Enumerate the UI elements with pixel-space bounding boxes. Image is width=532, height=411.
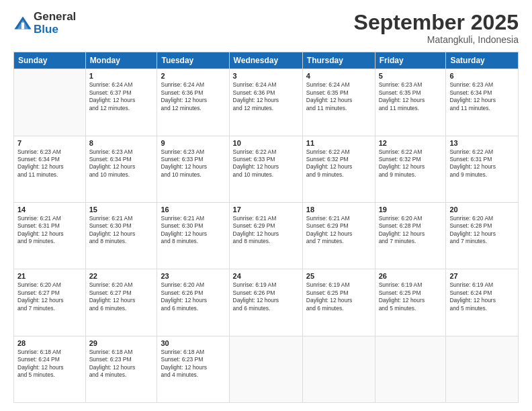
day-number: 25: [306, 272, 371, 280]
day-info: Sunrise: 6:22 AM Sunset: 6:33 PM Dayligh…: [233, 148, 299, 179]
day-number: 26: [379, 272, 443, 280]
calendar-page: General Blue September 2025 Matangkuli, …: [0, 0, 532, 411]
week-row-1: 1Sunrise: 6:24 AM Sunset: 6:37 PM Daylig…: [14, 69, 519, 136]
day-info: Sunrise: 6:24 AM Sunset: 6:37 PM Dayligh…: [89, 81, 154, 112]
day-info: Sunrise: 6:20 AM Sunset: 6:28 PM Dayligh…: [379, 215, 443, 246]
col-sunday: Sunday: [14, 52, 86, 69]
table-cell: 12Sunrise: 6:22 AM Sunset: 6:32 PM Dayli…: [375, 136, 446, 202]
table-cell: 8Sunrise: 6:23 AM Sunset: 6:34 PM Daylig…: [85, 136, 157, 202]
table-cell: 9Sunrise: 6:23 AM Sunset: 6:33 PM Daylig…: [157, 136, 229, 202]
day-info: Sunrise: 6:22 AM Sunset: 6:32 PM Dayligh…: [306, 148, 371, 179]
day-number: 7: [17, 139, 82, 147]
day-number: 6: [449, 72, 515, 80]
day-info: Sunrise: 6:24 AM Sunset: 6:36 PM Dayligh…: [161, 81, 225, 112]
day-info: Sunrise: 6:23 AM Sunset: 6:34 PM Dayligh…: [89, 148, 154, 179]
table-cell: 21Sunrise: 6:20 AM Sunset: 6:27 PM Dayli…: [14, 269, 86, 336]
table-cell: 22Sunrise: 6:20 AM Sunset: 6:27 PM Dayli…: [85, 269, 157, 336]
day-number: 23: [161, 272, 225, 280]
table-cell: 27Sunrise: 6:19 AM Sunset: 6:24 PM Dayli…: [446, 269, 519, 336]
table-cell: 5Sunrise: 6:23 AM Sunset: 6:35 PM Daylig…: [375, 69, 446, 136]
col-wednesday: Wednesday: [229, 52, 302, 69]
table-cell: [229, 336, 302, 402]
table-cell: 4Sunrise: 6:24 AM Sunset: 6:35 PM Daylig…: [302, 69, 375, 136]
day-info: Sunrise: 6:18 AM Sunset: 6:24 PM Dayligh…: [17, 349, 82, 379]
day-info: Sunrise: 6:24 AM Sunset: 6:36 PM Dayligh…: [233, 81, 299, 112]
title-block: September 2025 Matangkuli, Indonesia: [354, 11, 519, 45]
day-number: 17: [233, 205, 299, 214]
table-cell: 3Sunrise: 6:24 AM Sunset: 6:36 PM Daylig…: [229, 69, 302, 136]
col-tuesday: Tuesday: [157, 52, 229, 69]
day-info: Sunrise: 6:23 AM Sunset: 6:34 PM Dayligh…: [449, 81, 515, 112]
table-cell: 6Sunrise: 6:23 AM Sunset: 6:34 PM Daylig…: [446, 69, 519, 136]
day-number: 21: [17, 272, 82, 280]
logo-text: General Blue: [34, 11, 76, 36]
month-title: September 2025: [354, 11, 519, 34]
day-info: Sunrise: 6:20 AM Sunset: 6:27 PM Dayligh…: [89, 281, 154, 312]
day-info: Sunrise: 6:22 AM Sunset: 6:31 PM Dayligh…: [449, 148, 515, 179]
day-number: 19: [379, 205, 443, 214]
svg-rect-2: [21, 22, 24, 29]
table-cell: 19Sunrise: 6:20 AM Sunset: 6:28 PM Dayli…: [375, 202, 446, 269]
table-cell: 10Sunrise: 6:22 AM Sunset: 6:33 PM Dayli…: [229, 136, 302, 202]
day-info: Sunrise: 6:22 AM Sunset: 6:32 PM Dayligh…: [379, 148, 443, 179]
table-cell: 7Sunrise: 6:23 AM Sunset: 6:34 PM Daylig…: [14, 136, 86, 202]
col-thursday: Thursday: [302, 52, 375, 69]
weekday-header-row: Sunday Monday Tuesday Wednesday Thursday…: [14, 52, 519, 69]
day-info: Sunrise: 6:21 AM Sunset: 6:29 PM Dayligh…: [306, 215, 371, 246]
day-info: Sunrise: 6:21 AM Sunset: 6:29 PM Dayligh…: [233, 215, 299, 246]
table-cell: [375, 336, 446, 402]
table-cell: 29Sunrise: 6:18 AM Sunset: 6:23 PM Dayli…: [85, 336, 157, 402]
day-number: 30: [161, 339, 225, 347]
table-cell: 20Sunrise: 6:20 AM Sunset: 6:28 PM Dayli…: [446, 202, 519, 269]
day-info: Sunrise: 6:20 AM Sunset: 6:26 PM Dayligh…: [161, 281, 225, 312]
logo-blue-text: Blue: [34, 24, 76, 36]
day-number: 3: [233, 72, 299, 80]
logo-icon: [13, 14, 32, 33]
day-number: 18: [306, 205, 371, 214]
day-info: Sunrise: 6:19 AM Sunset: 6:24 PM Dayligh…: [449, 281, 515, 312]
day-number: 20: [449, 205, 515, 214]
table-cell: 25Sunrise: 6:19 AM Sunset: 6:25 PM Dayli…: [302, 269, 375, 336]
table-cell: 24Sunrise: 6:19 AM Sunset: 6:26 PM Dayli…: [229, 269, 302, 336]
week-row-4: 21Sunrise: 6:20 AM Sunset: 6:27 PM Dayli…: [14, 269, 519, 336]
day-number: 1: [89, 72, 154, 80]
day-info: Sunrise: 6:20 AM Sunset: 6:27 PM Dayligh…: [17, 281, 82, 312]
day-info: Sunrise: 6:19 AM Sunset: 6:25 PM Dayligh…: [379, 281, 443, 312]
table-cell: 15Sunrise: 6:21 AM Sunset: 6:30 PM Dayli…: [85, 202, 157, 269]
day-info: Sunrise: 6:19 AM Sunset: 6:25 PM Dayligh…: [306, 281, 371, 312]
day-info: Sunrise: 6:23 AM Sunset: 6:34 PM Dayligh…: [17, 148, 82, 179]
day-info: Sunrise: 6:23 AM Sunset: 6:35 PM Dayligh…: [379, 81, 443, 112]
day-info: Sunrise: 6:21 AM Sunset: 6:30 PM Dayligh…: [161, 215, 225, 246]
day-info: Sunrise: 6:23 AM Sunset: 6:33 PM Dayligh…: [161, 148, 225, 179]
day-number: 12: [379, 139, 443, 147]
week-row-3: 14Sunrise: 6:21 AM Sunset: 6:31 PM Dayli…: [14, 202, 519, 269]
day-info: Sunrise: 6:21 AM Sunset: 6:30 PM Dayligh…: [89, 215, 154, 246]
day-number: 27: [449, 272, 515, 280]
col-friday: Friday: [375, 52, 446, 69]
table-cell: 1Sunrise: 6:24 AM Sunset: 6:37 PM Daylig…: [85, 69, 157, 136]
col-monday: Monday: [85, 52, 157, 69]
week-row-2: 7Sunrise: 6:23 AM Sunset: 6:34 PM Daylig…: [14, 136, 519, 202]
day-number: 11: [306, 139, 371, 147]
day-info: Sunrise: 6:18 AM Sunset: 6:23 PM Dayligh…: [161, 349, 225, 379]
table-cell: 17Sunrise: 6:21 AM Sunset: 6:29 PM Dayli…: [229, 202, 302, 269]
day-number: 10: [233, 139, 299, 147]
table-cell: [302, 336, 375, 402]
table-cell: 13Sunrise: 6:22 AM Sunset: 6:31 PM Dayli…: [446, 136, 519, 202]
logo: General Blue: [13, 11, 76, 36]
table-cell: 30Sunrise: 6:18 AM Sunset: 6:23 PM Dayli…: [157, 336, 229, 402]
day-number: 29: [89, 339, 154, 347]
week-row-5: 28Sunrise: 6:18 AM Sunset: 6:24 PM Dayli…: [14, 336, 519, 402]
day-number: 9: [161, 139, 225, 147]
table-cell: 26Sunrise: 6:19 AM Sunset: 6:25 PM Dayli…: [375, 269, 446, 336]
day-info: Sunrise: 6:20 AM Sunset: 6:28 PM Dayligh…: [449, 215, 515, 246]
day-number: 13: [449, 139, 515, 147]
header: General Blue September 2025 Matangkuli, …: [13, 11, 519, 45]
table-cell: 18Sunrise: 6:21 AM Sunset: 6:29 PM Dayli…: [302, 202, 375, 269]
logo-general-text: General: [34, 11, 76, 24]
day-number: 5: [379, 72, 443, 80]
day-number: 15: [89, 205, 154, 214]
table-cell: [446, 336, 519, 402]
table-cell: 14Sunrise: 6:21 AM Sunset: 6:31 PM Dayli…: [14, 202, 86, 269]
day-number: 24: [233, 272, 299, 280]
